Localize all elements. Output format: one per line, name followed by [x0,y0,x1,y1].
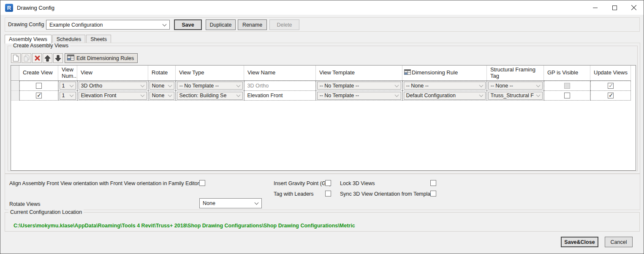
lock-3d-views-checkbox[interactable] [430,180,436,186]
arrow-down-icon [55,55,61,62]
view-num-select[interactable]: 1 [60,82,76,90]
rename-button[interactable]: Rename [238,19,267,30]
chevron-down-icon [536,93,541,97]
arrow-up-icon [44,55,51,62]
move-down-button[interactable] [53,53,63,63]
tab-assembly-views[interactable]: Assembly Views [5,35,52,44]
rotate-select[interactable]: None [149,92,175,100]
edit-dimensioning-rules-button[interactable]: Edit Dimensioning Rules [65,53,138,63]
chevron-down-icon [70,83,74,87]
column-header-gp-is-visible[interactable]: GP is Visible [544,66,590,81]
new-document-icon [13,55,19,62]
gp-visible-checkbox[interactable] [564,93,570,98]
table-row-0-create-view-cell [19,81,59,91]
dimensioning-rule-select[interactable]: Default Configuration [404,92,486,100]
view-select[interactable]: Elevation Front [79,92,147,100]
tab-sheets[interactable]: Sheets [86,35,111,43]
tab-schedules[interactable]: Schedules [52,35,85,43]
sync-3d-orientation-label: Sync 3D View Orientation from Template [340,191,435,197]
update-views-checkbox[interactable] [608,83,614,89]
align-front-view-label: Align Assembly Front View orientation wi… [9,180,199,186]
column-header-rotate[interactable]: Rotate [148,66,176,81]
view-select[interactable]: 3D Ortho [79,82,147,90]
rotate-views-select[interactable]: None [199,198,262,208]
view-template-select[interactable]: -- No Template -- [317,82,402,90]
table-grid-icon [67,55,74,62]
structural-framing-tag-select[interactable]: -- None -- [488,82,543,90]
tag-with-leaders-checkbox[interactable] [325,191,331,197]
table-row-0-dimensioning-rule-cell: -- None -- [402,81,487,91]
group-legend: Create Assembly Views [11,43,70,49]
table-row-1-view-type-cell: Section: Building Se [176,90,245,101]
create-assembly-views-group: Create Assembly Views [8,46,638,171]
column-header-view-num[interactable]: View Num... [58,66,77,81]
current-config-location-group: Current Configuration Location C:\Users\… [5,212,640,232]
chevron-down-icon [163,22,167,26]
options-panel: Align Assembly Front View orientation wi… [5,174,640,210]
save-close-button[interactable]: Save&Close [561,237,598,247]
lock-3d-views-label: Lock 3D Views [340,180,375,186]
save-button[interactable]: Save [174,19,202,30]
row-selector[interactable] [11,81,19,91]
insert-gravity-point-checkbox[interactable] [325,180,331,186]
chevron-down-icon [168,83,172,87]
chevron-down-icon [255,201,259,205]
duplicate-button[interactable]: Duplicate [206,19,236,30]
table-row-1-create-view-cell [19,90,59,101]
table-row-1-framing-tag-cell: Truss_Structural F [487,90,544,101]
maximize-button[interactable] [605,0,624,15]
chevron-down-icon [479,83,484,87]
table-row-0-view-num-cell: 1 [58,81,78,91]
chevron-down-icon [70,93,74,97]
configuration-select[interactable]: Example Configuration [46,20,170,30]
column-header-view-template[interactable]: View Template [316,66,402,81]
chevron-down-icon [536,83,541,87]
structural-framing-tag-select[interactable]: Truss_Structural F [488,92,543,100]
location-group-legend: Current Configuration Location [8,209,84,215]
add-row-button[interactable] [11,53,21,63]
create-view-checkbox[interactable] [36,93,42,98]
update-views-checkbox[interactable] [608,93,614,98]
config-selector-panel: Drawing Config Example Configuration Sav… [5,17,640,32]
view-template-select[interactable]: -- No Template -- [317,92,402,100]
window-title: Drawing Config [17,5,54,11]
column-header-dimensioning-rule[interactable]: Dimensioning Rule [402,66,487,81]
column-header-view[interactable]: View [77,66,148,81]
column-header-view-type[interactable]: View Type [176,66,244,81]
column-header-update-views[interactable]: Update Views [590,66,631,81]
cancel-button[interactable]: Cancel [605,237,633,247]
chevron-down-icon [236,93,241,97]
table-row-0-view-template-cell: -- No Template -- [316,81,403,91]
close-button[interactable] [624,0,644,15]
copy-documents-icon [23,55,30,62]
column-header-dimensioning-rule-label: Dimensioning Rule [412,70,458,76]
column-header-view-name[interactable]: View Name [244,66,316,81]
chevron-down-icon [168,93,172,97]
row-selector[interactable] [11,91,19,101]
revit-app-icon: R [5,4,13,12]
view-type-select[interactable]: -- No Template -- [177,82,243,90]
insert-gravity-point-label: Insert Gravity Point (GP) [274,180,331,186]
sync-3d-orientation-checkbox[interactable] [430,191,436,197]
view-name-field[interactable]: 3D Ortho [244,81,316,91]
dimensioning-rule-select[interactable]: -- None -- [404,82,486,90]
move-up-button[interactable] [43,53,52,63]
view-num-select[interactable]: 1 [60,92,76,100]
table-row-1-view-cell: Elevation Front [77,90,149,101]
table-row-0-gp-visible-cell [544,81,591,91]
column-header-structural-framing-tag[interactable]: Structural Framing Tag [487,66,544,81]
chevron-down-icon [141,83,145,87]
titlebar: R Drawing Config [0,0,644,15]
create-view-checkbox[interactable] [36,83,42,89]
rotate-select[interactable]: None [149,82,175,90]
delete-row-button[interactable] [32,53,42,63]
view-type-select[interactable]: Section: Building Se [177,92,243,100]
column-header-create-view[interactable]: Create View [19,66,58,81]
table-row-0-rotate-cell: None [148,81,176,91]
view-name-field[interactable]: Elevation Front [244,90,316,101]
chevron-down-icon [141,93,145,97]
edit-dimensioning-rules-label: Edit Dimensioning Rules [76,55,134,61]
row-selector-header [11,66,19,81]
minimize-button[interactable] [585,0,605,15]
align-front-view-checkbox[interactable] [199,180,205,186]
